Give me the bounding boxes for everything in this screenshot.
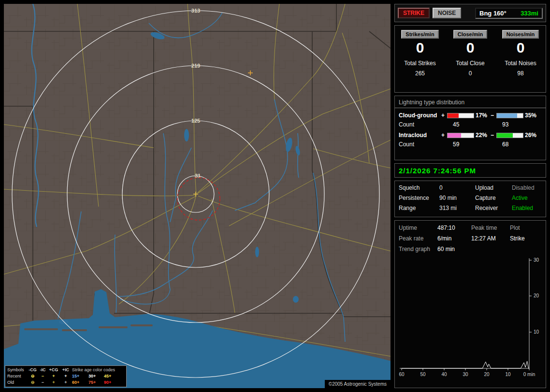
svg-text:60: 60: [399, 372, 405, 377]
ring-label-125: 125: [191, 118, 200, 124]
pos-ic-old-icon: +: [59, 379, 72, 386]
ic-minus-bar: [496, 133, 523, 138]
cg-minus-bar: [496, 113, 523, 118]
map-display[interactable]: 313 219 125 31 Symbols -CG -IC +CG +IC S…: [4, 4, 391, 388]
plus-sign: +: [441, 112, 447, 119]
cg-minus-pct: 35%: [523, 112, 540, 119]
legend-age-header: Strike age color codes: [72, 367, 123, 373]
svg-text:10: 10: [534, 329, 539, 335]
neg-cg-old-icon: ⊖: [28, 379, 38, 386]
strike-button[interactable]: STRIKE: [398, 8, 430, 18]
trend-window-value: 60 min: [437, 246, 542, 252]
age-15: 15+: [72, 373, 88, 379]
status-box: Uptime 487:10 Peak time Plot Peak rate 6…: [394, 220, 546, 388]
total-strikes-value: 265: [415, 70, 425, 77]
neg-ic-recent-icon: −: [38, 373, 48, 379]
ring-label-313: 313: [191, 8, 200, 14]
total-close-label: Total Close: [456, 60, 484, 67]
bearing-range: 333mi: [521, 10, 538, 17]
ic-minus-pct: 26%: [523, 132, 540, 139]
trend-line: [402, 361, 529, 368]
ic-minus-count: 68: [496, 141, 523, 148]
legend-row-recent: Recent ⊖ − + + 15+ 30+ 45+: [7, 373, 124, 379]
intracloud-count-row: Count 59 68: [395, 141, 546, 148]
cg-plus-count: 45: [447, 121, 474, 128]
distribution-title: Lightning type distribution: [395, 99, 546, 108]
squelch-label: Squelch: [399, 184, 439, 191]
persistence-label: Persistence: [399, 195, 439, 201]
neg-cg-recent-icon: ⊖: [28, 373, 38, 379]
age-75: 75+: [88, 379, 104, 386]
legend-row-old: Old ⊖ − + + 60+ 75+ 90+: [7, 379, 124, 386]
cg-minus-count: 93: [496, 121, 523, 128]
strike-noise-toolbar: STRIKE NOISE Bng 160° 333mi: [394, 4, 546, 22]
age-45: 45+: [104, 373, 123, 379]
capture-label: Capture: [475, 195, 512, 201]
settings-box: Squelch 0 Upload Disabled Persistence 90…: [394, 181, 546, 217]
plot-value: Strike: [510, 235, 542, 242]
plot-label: Plot: [510, 224, 542, 231]
svg-text:20: 20: [534, 293, 539, 298]
peak-rate-label: Peak rate: [399, 235, 437, 242]
svg-text:20: 20: [484, 372, 490, 377]
strikes-per-min-value: 0: [416, 40, 424, 56]
close-counter: Close/min 0 Total Close 0: [445, 30, 495, 92]
legend-col-pos-ic: +IC: [59, 367, 72, 373]
close-per-min-chip[interactable]: Close/min: [453, 30, 488, 39]
age-90: 90+: [104, 379, 123, 386]
svg-text:0 min: 0 min: [523, 372, 535, 377]
intracloud-row: Intracloud + 22% − 26%: [395, 132, 546, 139]
uptime-label: Uptime: [399, 224, 437, 231]
legend-col-pos-cg: +CG: [48, 367, 59, 373]
legend-symbols-header: Symbols: [7, 367, 28, 373]
rate-counters: Strikes/min 0 Total Strikes 265 Close/mi…: [394, 25, 546, 93]
cg-plus-bar: [447, 113, 474, 118]
total-noises-label: Total Noises: [505, 60, 536, 67]
svg-text:30: 30: [534, 257, 539, 263]
upload-label: Upload: [475, 184, 512, 191]
map[interactable]: 313 219 125 31: [4, 4, 391, 388]
svg-text:30: 30: [463, 372, 468, 377]
copyright: ©2005 Astrogenic Systems: [325, 380, 391, 388]
pos-ic-recent-icon: +: [59, 373, 72, 379]
side-panel: STRIKE NOISE Bng 160° 333mi Strikes/min …: [394, 4, 546, 388]
pos-cg-recent-icon: +: [48, 373, 59, 379]
neg-ic-old-icon: −: [38, 379, 48, 386]
peak-time-value: 12:27 AM: [471, 235, 510, 242]
trend-graph: 30 20 10 60 50 40 30 20 10 0 min: [398, 255, 543, 381]
minus-sign: −: [491, 132, 496, 139]
datetime: 2/1/2026 7:24:56 PM: [399, 167, 476, 175]
age-60: 60+: [72, 379, 88, 386]
type-distribution: Lightning type distribution Cloud-ground…: [394, 96, 546, 160]
noises-per-min-value: 0: [517, 40, 525, 56]
svg-text:50: 50: [420, 372, 426, 377]
noises-counter: Noises/min 0 Total Noises 98: [495, 30, 546, 92]
cloud-ground-row: Cloud-ground + 17% − 35%: [395, 112, 546, 119]
minus-sign: −: [491, 112, 496, 119]
persistence-value: 90 min: [439, 195, 475, 201]
noise-button[interactable]: NOISE: [433, 8, 461, 18]
upload-status: Disabled: [512, 184, 542, 191]
strikes-per-min-chip[interactable]: Strikes/min: [401, 30, 438, 39]
receiver-label: Receiver: [475, 205, 512, 211]
noises-per-min-chip[interactable]: Noises/min: [502, 30, 539, 39]
trend-y-ticks: 30 20 10: [534, 257, 539, 335]
trend-x-ticks: 60 50 40 30 20 10 0 min: [399, 372, 535, 377]
legend-col-neg-ic: -IC: [38, 367, 48, 373]
close-per-min-value: 0: [466, 40, 475, 56]
svg-text:10: 10: [505, 372, 511, 377]
trend-axes: [400, 258, 532, 370]
map-legend: Symbols -CG -IC +CG +IC Strike age color…: [5, 365, 127, 387]
plus-sign: +: [441, 132, 447, 139]
ic-plus-pct: 22%: [474, 132, 491, 139]
legend-col-neg-cg: -CG: [28, 367, 38, 373]
capture-status: Active: [512, 195, 542, 201]
total-noises-value: 98: [517, 70, 523, 77]
ic-plus-count: 59: [447, 141, 474, 148]
uptime-value: 487:10: [437, 224, 471, 231]
strikes-counter: Strikes/min 0 Total Strikes 265: [395, 30, 445, 92]
peak-rate-value: 6/min: [437, 235, 471, 242]
cg-plus-pct: 17%: [474, 112, 491, 119]
ring-label-219: 219: [191, 63, 200, 69]
age-30: 30+: [88, 373, 104, 379]
